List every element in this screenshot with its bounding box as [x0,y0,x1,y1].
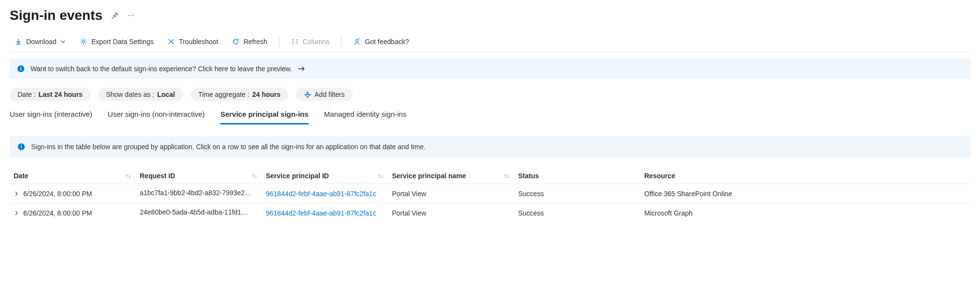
troubleshoot-icon [167,38,175,46]
signins-table: Date ↑↓ Request ID ↑↓ Service principal … [10,168,970,222]
info-icon [17,143,25,151]
chevron-right-icon[interactable] [14,210,19,216]
feedback-button[interactable]: Got feedback? [348,36,414,47]
cell-request-id: a1bc7fa1-9bb2-4bd2-a832-7993e2… [140,189,251,197]
filter-date[interactable]: Date : Last 24 hours [10,88,90,101]
more-icon[interactable]: ⋯ [128,12,135,19]
feedback-icon [353,38,361,46]
col-status-label: Status [518,172,539,180]
gear-icon [80,38,87,46]
columns-label: Columns [303,38,329,46]
add-filters-label: Add filters [314,91,344,98]
col-sp-name[interactable]: Service principal name ↑↓ [392,172,518,180]
col-sp-id[interactable]: Service principal ID ↑↓ [266,172,392,180]
troubleshoot-button[interactable]: Troubleshoot [163,36,223,47]
chevron-right-icon[interactable] [14,191,19,197]
page-title: Sign-in events [10,8,102,23]
tabs: User sign-ins (interactive) User sign-in… [10,106,970,124]
filter-time-aggregate[interactable]: Time aggregate : 24 hours [191,88,289,101]
cell-date: 6/26/2024, 8:00:00 PM [23,190,92,198]
preview-banner-text: Want to switch back to the default sign-… [31,65,292,73]
col-date[interactable]: Date ↑↓ [14,172,140,180]
col-resource-label: Resource [644,172,675,180]
download-icon [15,38,22,46]
svg-point-1 [356,39,359,42]
cell-sp-name: Portal View [392,190,426,198]
sort-icon: ↑↓ [504,172,509,179]
cell-sp-id[interactable]: 961844d2-febf-4aae-ab91-87fc2fa1c [266,190,376,198]
filter-time-label: Time aggregate : [198,91,249,98]
col-request-id-label: Request ID [140,172,175,180]
filter-date-label: Date : [17,91,35,98]
svg-rect-6 [21,146,22,149]
col-status[interactable]: Status [518,172,644,180]
sort-icon: ↑↓ [377,172,383,179]
command-bar: Download Export Data Settings Troublesho… [10,33,970,53]
sort-icon: ↑↓ [125,172,131,179]
cell-request-id: 24e80be0-5ada-4b5d-adba-11fd1… [140,208,248,216]
cell-date: 6/26/2024, 8:00:00 PM [23,209,92,217]
filter-show-dates-value: Local [157,91,175,98]
page-header: Sign-in events ⋯ [10,8,970,23]
refresh-button[interactable]: Refresh [227,36,272,47]
refresh-label: Refresh [244,38,267,46]
sort-icon: ↑↓ [251,172,257,179]
cell-status: Success [518,209,544,217]
table-row[interactable]: 6/26/2024, 8:00:00 PM a1bc7fa1-9bb2-4bd2… [10,184,970,203]
svg-point-4 [20,67,21,68]
feedback-label: Got feedback? [365,38,409,46]
chevron-down-icon [60,39,66,45]
filter-show-dates-label: Show dates as : [106,91,154,98]
svg-point-0 [82,41,84,43]
export-settings-button[interactable]: Export Data Settings [75,36,158,47]
columns-icon [291,38,299,46]
add-filters-button[interactable]: Add filters [296,88,352,101]
filter-show-dates[interactable]: Show dates as : Local [98,88,182,101]
cell-sp-name: Portal View [392,209,426,217]
table-row[interactable]: 6/26/2024, 8:00:00 PM 24e80be0-5ada-4b5d… [10,203,970,222]
preview-banner[interactable]: Want to switch back to the default sign-… [10,59,970,79]
col-sp-name-label: Service principal name [392,172,466,180]
toolbar-separator [279,36,279,47]
pin-icon[interactable] [111,12,119,19]
columns-button: Columns [286,36,334,47]
cell-resource: Office 365 SharePoint Online [644,190,732,198]
cell-status: Success [518,190,544,198]
filter-icon [304,91,311,98]
filter-time-value: 24 hours [252,91,280,98]
tab-noninteractive[interactable]: User sign-ins (non-interactive) [108,106,205,124]
toolbar-separator [341,36,342,47]
download-label: Download [26,38,56,46]
cell-resource: Microsoft Graph [644,209,693,217]
group-info-banner: Sign-ins in the table below are grouped … [10,136,970,157]
refresh-icon [232,38,240,46]
cell-sp-id[interactable]: 961844d2-febf-4aae-ab91-87fc2fa1c [266,209,376,217]
tab-managed-identity[interactable]: Managed identity sign-ins [324,106,407,124]
tab-service-principal[interactable]: Service principal sign-ins [220,106,309,124]
info-icon [17,65,25,73]
col-request-id[interactable]: Request ID ↑↓ [140,172,266,180]
col-resource[interactable]: Resource [644,172,838,180]
svg-point-7 [21,145,22,146]
download-button[interactable]: Download [10,36,71,47]
export-label: Export Data Settings [91,38,153,46]
filter-date-value: Last 24 hours [38,91,82,98]
troubleshoot-label: Troubleshoot [179,38,218,46]
table-header: Date ↑↓ Request ID ↑↓ Service principal … [10,168,970,184]
arrow-right-icon [298,65,306,72]
tab-interactive[interactable]: User sign-ins (interactive) [10,106,92,124]
filter-bar: Date : Last 24 hours Show dates as : Loc… [10,88,970,101]
group-info-text: Sign-ins in the table below are grouped … [31,143,425,151]
col-sp-id-label: Service principal ID [266,172,329,180]
col-date-label: Date [14,172,28,180]
svg-rect-3 [20,68,21,71]
